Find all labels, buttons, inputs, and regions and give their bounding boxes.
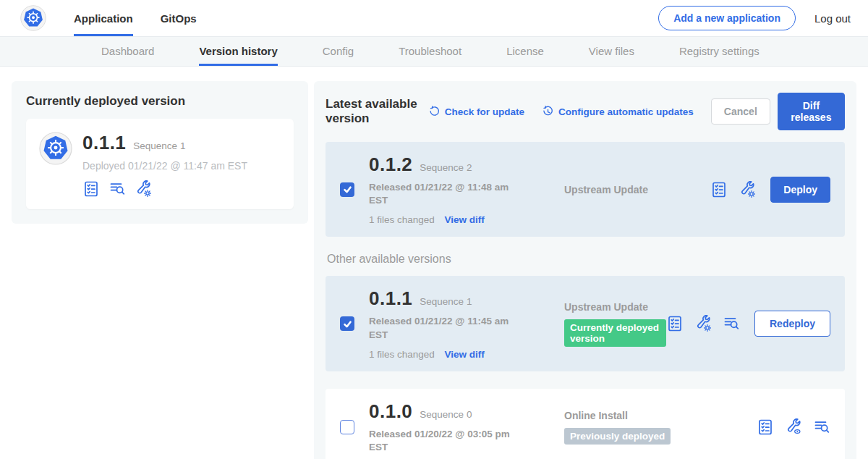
logout-button[interactable]: Log out bbox=[814, 12, 851, 25]
configure-automatic-updates-label: Configure automatic updates bbox=[558, 106, 694, 117]
kubernetes-logo-icon bbox=[20, 5, 46, 31]
deployed-version-card: 0.1.1 Sequence 1 Deployed 01/21/22 @ 11:… bbox=[26, 119, 294, 209]
currently-deployed-title: Currently deployed version bbox=[26, 94, 294, 109]
header-tabs: Application GitOps bbox=[74, 0, 197, 36]
version-number: 0.1.2 bbox=[369, 153, 412, 176]
view-logs-icon[interactable] bbox=[109, 180, 126, 198]
tab-gitops[interactable]: GitOps bbox=[161, 0, 197, 36]
deployed-timestamp: Deployed 01/21/22 @ 11:47 am EST bbox=[82, 160, 247, 172]
currently-deployed-panel: Currently deployed version 0.1.1 Sequenc… bbox=[12, 81, 308, 224]
clock-refresh-icon bbox=[542, 106, 554, 118]
subnav-view-files[interactable]: View files bbox=[589, 37, 634, 66]
files-changed-label: 1 files changed bbox=[369, 214, 435, 225]
check-for-update-link[interactable]: Check for update bbox=[428, 106, 524, 118]
configure-wrench-gear-icon[interactable] bbox=[739, 181, 756, 198]
version-row-0-1-0: 0.1.0 Sequence 0 Released 01/20/22 @ 03:… bbox=[326, 389, 845, 459]
latest-version-header: Latest available version Check for updat… bbox=[326, 93, 845, 130]
deploy-button[interactable]: Deploy bbox=[770, 177, 830, 203]
sequence-label: Sequence 2 bbox=[420, 162, 472, 173]
main-content: Currently deployed version 0.1.1 Sequenc… bbox=[0, 67, 868, 459]
view-diff-link[interactable]: View diff bbox=[445, 349, 485, 360]
preflight-checklist-icon[interactable] bbox=[666, 315, 684, 332]
version-source-label: Online Install bbox=[564, 410, 757, 421]
subnav-registry-settings[interactable]: Registry settings bbox=[679, 37, 760, 66]
cancel-button[interactable]: Cancel bbox=[711, 98, 770, 125]
released-timestamp: Released 01/21/22 @ 11:45 am EST bbox=[369, 315, 524, 341]
subnav-license[interactable]: License bbox=[506, 37, 544, 66]
version-checkbox[interactable] bbox=[340, 420, 354, 434]
check-for-update-label: Check for update bbox=[445, 106, 524, 117]
other-versions-label: Other available versions bbox=[327, 253, 843, 266]
version-source-label: Upstream Update bbox=[564, 301, 666, 313]
version-row-0-1-2: 0.1.2 Sequence 2 Released 01/21/22 @ 11:… bbox=[326, 142, 845, 237]
view-diff-link[interactable]: View diff bbox=[445, 214, 485, 225]
subnav-troubleshoot[interactable]: Troubleshoot bbox=[399, 37, 461, 66]
released-timestamp: Released 01/21/22 @ 11:48 am EST bbox=[369, 181, 524, 207]
top-header: Application GitOps Add a new application… bbox=[0, 0, 868, 36]
configure-automatic-updates-link[interactable]: Configure automatic updates bbox=[542, 106, 694, 118]
subnav-version-history[interactable]: Version history bbox=[199, 37, 277, 66]
tab-application[interactable]: Application bbox=[74, 0, 133, 36]
preflight-checklist-icon[interactable] bbox=[757, 418, 774, 436]
deployed-sequence-label: Sequence 1 bbox=[133, 140, 185, 151]
add-application-button[interactable]: Add a new application bbox=[658, 6, 796, 30]
preflight-checklist-icon[interactable] bbox=[82, 180, 100, 198]
app-logo bbox=[20, 0, 46, 36]
subnav-dashboard[interactable]: Dashboard bbox=[101, 37, 154, 66]
diff-releases-button[interactable]: Diff releases bbox=[778, 93, 845, 130]
latest-version-title: Latest available version bbox=[326, 97, 421, 126]
refresh-icon bbox=[428, 106, 441, 118]
version-checkbox[interactable] bbox=[340, 182, 354, 197]
previously-deployed-badge: Previously deployed bbox=[564, 428, 671, 445]
version-checkbox[interactable] bbox=[340, 316, 354, 331]
currently-deployed-badge: Currently deployed version bbox=[564, 319, 666, 347]
version-source-label: Upstream Update bbox=[564, 184, 710, 195]
view-config-wrench-eye-icon[interactable] bbox=[785, 418, 802, 436]
version-number: 0.1.1 bbox=[369, 287, 412, 310]
files-changed-label: 1 files changed bbox=[369, 349, 435, 360]
app-kubernetes-logo-icon bbox=[39, 132, 72, 165]
view-logs-icon[interactable] bbox=[813, 418, 830, 436]
subnav-config[interactable]: Config bbox=[323, 37, 354, 66]
configure-wrench-gear-icon[interactable] bbox=[135, 180, 152, 198]
released-timestamp: Released 01/20/22 @ 03:05 pm EST bbox=[369, 428, 524, 454]
preflight-checklist-icon[interactable] bbox=[710, 181, 728, 198]
redeploy-button[interactable]: Redeploy bbox=[754, 311, 830, 337]
view-logs-icon[interactable] bbox=[723, 315, 740, 332]
header-right: Add a new application Log out bbox=[658, 0, 851, 36]
version-number: 0.1.0 bbox=[369, 400, 412, 423]
app-subnav: Dashboard Version history Config Trouble… bbox=[0, 36, 868, 67]
deployed-version-number: 0.1.1 bbox=[82, 132, 126, 154]
version-row-0-1-1: 0.1.1 Sequence 1 Released 01/21/22 @ 11:… bbox=[326, 276, 845, 371]
version-history-panel: Latest available version Check for updat… bbox=[314, 81, 856, 459]
sequence-label: Sequence 1 bbox=[420, 296, 472, 307]
sequence-label: Sequence 0 bbox=[420, 409, 472, 420]
configure-wrench-gear-icon[interactable] bbox=[694, 315, 712, 332]
